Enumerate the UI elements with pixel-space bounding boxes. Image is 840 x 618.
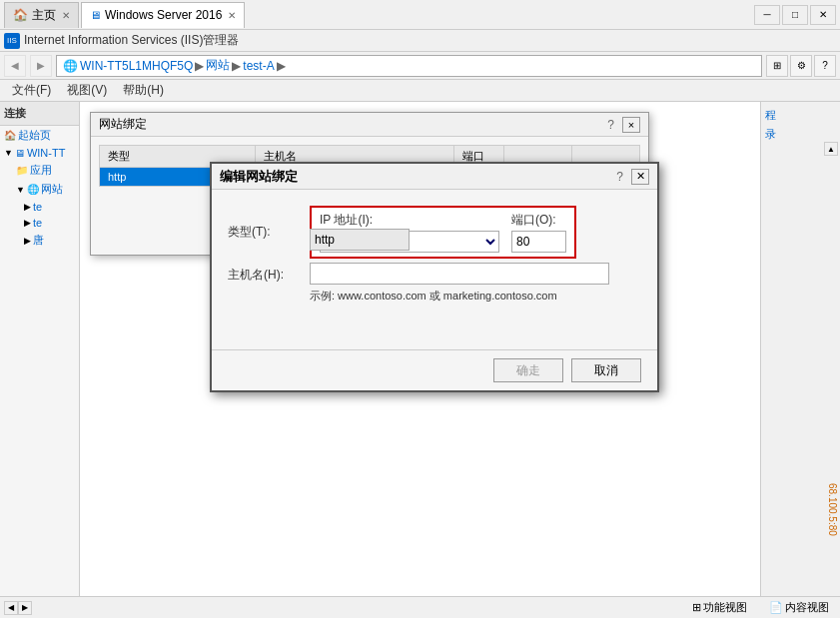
type-label: 类型(T): [228, 224, 298, 241]
breadcrumb-sep2: ▶ [232, 59, 241, 73]
sidebar-item-home[interactable]: 🏠 起始页 [0, 126, 79, 145]
outer-dialog-titlebar: 网站绑定 ? × [91, 113, 648, 137]
te2-icon: ▶ [24, 218, 31, 228]
right-panel-ip-link: 68.100.5:80 [827, 483, 838, 536]
minimize-button[interactable]: ─ [754, 5, 780, 25]
sidebar-item-te2[interactable]: ▶ te [0, 215, 79, 231]
breadcrumb-sep1: ▶ [195, 59, 204, 73]
inner-dialog-titlebar: 编辑网站绑定 ? ✕ [212, 164, 657, 190]
outer-dialog-close-btn[interactable]: × [622, 117, 640, 133]
inner-dialog-close-btn[interactable]: ✕ [631, 169, 649, 185]
app-title: Internet Information Services (IIS)管理器 [24, 32, 239, 49]
menu-help[interactable]: 帮助(H) [115, 80, 172, 101]
feature-view-icon: ⊞ [692, 601, 701, 614]
sites-icon: 🌐 [27, 184, 39, 195]
nav-help-btn[interactable]: ? [814, 55, 836, 77]
outer-dialog-help-btn[interactable]: ? [607, 118, 614, 132]
breadcrumb-server: WIN-TT5L1MHQF5Q [80, 59, 193, 73]
feature-view-btn[interactable]: ⊞ 功能视图 [685, 597, 754, 618]
tang-icon: ▶ [24, 236, 31, 246]
type-input[interactable] [310, 229, 410, 251]
tab-server-label: Windows Server 2016 [105, 8, 222, 22]
sidebar-item-server[interactable]: ▼ 🖥 WIN-TT [0, 145, 79, 161]
sidebar-connection-title: 连接 [0, 102, 79, 126]
app-logo-icon: IIS [4, 33, 20, 49]
nav-icon: 🌐 [63, 59, 78, 73]
hostname-input[interactable] [310, 263, 609, 285]
maximize-button[interactable]: □ [782, 5, 808, 25]
forward-button[interactable]: ▶ [30, 55, 52, 77]
hostname-label: 主机名(H): [228, 263, 298, 284]
server-expand-icon: ▼ [4, 148, 13, 158]
tab-home-close[interactable]: ✕ [62, 10, 70, 21]
sidebar-item-sites[interactable]: ▼ 🌐 网站 [0, 180, 79, 199]
port-label: 端口(O): [511, 212, 566, 229]
tab-server-close[interactable]: ✕ [228, 10, 236, 21]
tab-home-label: 主页 [32, 7, 56, 24]
te1-icon: ▶ [24, 202, 31, 212]
edit-binding-dialog: 编辑网站绑定 ? ✕ 类型(T): IP 地址(I): [210, 162, 659, 392]
scroll-right-btn[interactable]: ▶ [18, 601, 32, 615]
example-text: 示例: www.contoso.com 或 marketing.contoso.… [310, 289, 609, 304]
app-icon: 📁 [16, 165, 28, 176]
sidebar-item-te1[interactable]: ▶ te [0, 199, 79, 215]
inner-dialog-title: 编辑网站绑定 [220, 168, 298, 186]
tab-home[interactable]: 🏠 主页 ✕ [4, 2, 79, 28]
sidebar-item-app[interactable]: 📁 应用 [0, 161, 79, 180]
tab-server[interactable]: 🖥 Windows Server 2016 ✕ [81, 2, 245, 28]
right-panel-scroll[interactable]: ▲ [824, 142, 838, 156]
content-view-icon: 📄 [769, 601, 783, 614]
sites-expand-icon: ▼ [16, 185, 25, 195]
outer-dialog-title: 网站绑定 [99, 116, 147, 133]
port-input[interactable] [511, 231, 566, 253]
scroll-left-btn[interactable]: ◀ [4, 601, 18, 615]
cancel-button[interactable]: 取消 [571, 358, 641, 382]
close-button[interactable]: ✕ [810, 5, 836, 25]
right-panel-item-prog: 程 [765, 106, 836, 125]
ok-button[interactable]: 确走 [493, 358, 563, 382]
ip-label: IP 地址(I): [320, 212, 499, 229]
nav-icon-btn1[interactable]: ⊞ [766, 55, 788, 77]
back-button[interactable]: ◀ [4, 55, 26, 77]
menu-view[interactable]: 视图(V) [59, 80, 115, 101]
server-icon: 🖥 [15, 148, 25, 159]
breadcrumb-testa: test-A [243, 59, 274, 73]
nav-icon-btn2[interactable]: ⚙ [790, 55, 812, 77]
breadcrumb-sites: 网站 [206, 57, 230, 74]
inner-dialog-help-icon[interactable]: ? [616, 170, 623, 184]
content-view-btn[interactable]: 📄 内容视图 [762, 597, 836, 618]
menu-file[interactable]: 文件(F) [4, 80, 59, 101]
address-bar: 🌐 WIN-TT5L1MHQF5Q ▶ 网站 ▶ test-A ▶ [56, 55, 762, 77]
breadcrumb-sep3: ▶ [277, 59, 286, 73]
home-icon: 🏠 [4, 130, 16, 141]
sidebar-item-tang[interactable]: ▶ 唐 [0, 231, 79, 250]
